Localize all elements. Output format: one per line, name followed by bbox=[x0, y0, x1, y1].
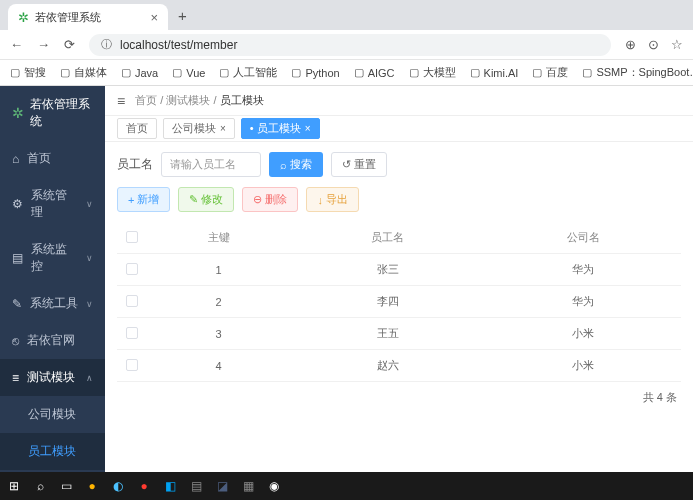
reload-icon[interactable]: ⟳ bbox=[64, 37, 75, 52]
translate-icon[interactable]: ⊕ bbox=[625, 37, 636, 52]
bookmark-item[interactable]: ▢百度 bbox=[532, 65, 568, 80]
folder-icon: ▢ bbox=[409, 66, 419, 79]
row-checkbox[interactable] bbox=[126, 295, 138, 307]
page-tab[interactable]: • 员工模块 × bbox=[241, 118, 320, 139]
bookmark-item[interactable]: ▢自媒体 bbox=[60, 65, 107, 80]
bookmark-item[interactable]: ▢SSMP：SpingBoot… bbox=[582, 65, 693, 80]
folder-icon: ▢ bbox=[582, 66, 592, 79]
main-content: ≡ 首页 / 测试模块 / 员工模块 首页公司模块 ×• 员工模块 × 员工名 … bbox=[105, 86, 693, 500]
search-button[interactable]: ⌕ 搜索 bbox=[269, 152, 323, 177]
chevron-icon: ∧ bbox=[86, 373, 93, 383]
sidebar-item[interactable]: ⎋若依官网 bbox=[0, 322, 105, 359]
back-icon[interactable]: ← bbox=[10, 37, 23, 52]
tab-close-icon[interactable]: × bbox=[150, 10, 158, 25]
sidebar-item[interactable]: ⌂首页 bbox=[0, 140, 105, 177]
address-bar: ← → ⟳ ⓘ localhost/test/member ⊕ ⊙ ☆ bbox=[0, 30, 693, 60]
windows-taskbar: ⊞ ⌕ ▭ ● ◐ ● ◧ ▤ ◪ ▦ ◉ bbox=[0, 472, 693, 500]
brand-text: 若依管理系统 bbox=[30, 96, 93, 130]
app-icon[interactable]: ● bbox=[136, 478, 152, 494]
folder-icon: ▢ bbox=[532, 66, 542, 79]
tab-favicon: ✲ bbox=[18, 10, 29, 25]
app-icon[interactable]: ◐ bbox=[110, 478, 126, 494]
bookmarks-bar: ▢智搜▢自媒体▢Java▢Vue▢人工智能▢Python▢AIGC▢大模型▢Ki… bbox=[0, 60, 693, 86]
bookmark-item[interactable]: ▢智搜 bbox=[10, 65, 46, 80]
sidebar-item[interactable]: ≡测试模块∧ bbox=[0, 359, 105, 396]
browser-tab-strip: ✲ 若依管理系统 × + bbox=[0, 0, 693, 30]
pagination-total: 共 4 条 bbox=[117, 382, 681, 413]
search-label: 员工名 bbox=[117, 156, 153, 173]
tab-title: 若依管理系统 bbox=[35, 10, 144, 25]
chrome-icon[interactable]: ◉ bbox=[266, 478, 282, 494]
folder-icon: ▢ bbox=[172, 66, 182, 79]
bookmark-item[interactable]: ▢AIGC bbox=[354, 66, 395, 79]
sidebar: ✲ 若依管理系统 ⌂首页⚙系统管理∨▤系统监控∨✎系统工具∨⎋若依官网≡测试模块… bbox=[0, 86, 105, 500]
brand-icon: ✲ bbox=[12, 105, 24, 121]
url-text: localhost/test/member bbox=[120, 38, 237, 52]
reset-button[interactable]: ↺ 重置 bbox=[331, 152, 387, 177]
url-input[interactable]: ⓘ localhost/test/member bbox=[89, 34, 611, 56]
hamburger-icon[interactable]: ≡ bbox=[117, 93, 125, 109]
row-checkbox[interactable] bbox=[126, 263, 138, 275]
table-row[interactable]: 2李四华为 bbox=[117, 286, 681, 318]
page-tab[interactable]: 首页 bbox=[117, 118, 157, 139]
menu-icon: ▤ bbox=[12, 251, 23, 265]
app-icon[interactable]: ◧ bbox=[162, 478, 178, 494]
table-row[interactable]: 3王五小米 bbox=[117, 318, 681, 350]
sidebar-item[interactable]: ⚙系统管理∨ bbox=[0, 177, 105, 231]
sidebar-item[interactable]: ▤系统监控∨ bbox=[0, 231, 105, 285]
column-header: 公司名 bbox=[486, 222, 682, 254]
taskbar-search-icon[interactable]: ⌕ bbox=[32, 478, 48, 494]
new-tab-button[interactable]: + bbox=[178, 7, 187, 24]
column-header: 员工名 bbox=[290, 222, 485, 254]
menu-icon: ≡ bbox=[12, 371, 19, 385]
table-row[interactable]: 1张三华为 bbox=[117, 254, 681, 286]
menu-icon: ⎋ bbox=[12, 334, 19, 348]
sidebar-subitem[interactable]: 公司模块 bbox=[0, 396, 105, 433]
folder-icon: ▢ bbox=[60, 66, 70, 79]
chevron-icon: ∨ bbox=[86, 299, 93, 309]
folder-icon: ▢ bbox=[10, 66, 20, 79]
bookmark-item[interactable]: ▢Kimi.AI bbox=[470, 66, 519, 79]
page-tab[interactable]: 公司模块 × bbox=[163, 118, 235, 139]
tab-close-icon[interactable]: × bbox=[220, 123, 226, 134]
sidebar-subitem[interactable]: 员工模块 bbox=[0, 433, 105, 470]
menu-icon: ✎ bbox=[12, 297, 22, 311]
table-row[interactable]: 4赵六小米 bbox=[117, 350, 681, 382]
menu-icon: ⌂ bbox=[12, 152, 19, 166]
task-view-icon[interactable]: ▭ bbox=[58, 478, 74, 494]
chevron-icon: ∨ bbox=[86, 253, 93, 263]
add-button[interactable]: + 新增 bbox=[117, 187, 170, 212]
bookmark-item[interactable]: ▢Python bbox=[291, 66, 339, 79]
folder-icon: ▢ bbox=[219, 66, 229, 79]
browser-tab[interactable]: ✲ 若依管理系统 × bbox=[8, 4, 168, 30]
checkbox-all[interactable] bbox=[126, 231, 138, 243]
bookmark-item[interactable]: ▢Vue bbox=[172, 66, 205, 79]
bookmark-item[interactable]: ▢Java bbox=[121, 66, 158, 79]
folder-icon: ▢ bbox=[291, 66, 301, 79]
folder-icon: ▢ bbox=[354, 66, 364, 79]
sidebar-item[interactable]: ✎系统工具∨ bbox=[0, 285, 105, 322]
site-info-icon: ⓘ bbox=[101, 37, 112, 52]
app-icon[interactable]: ▦ bbox=[240, 478, 256, 494]
tab-close-icon[interactable]: × bbox=[305, 123, 311, 134]
search-icon[interactable]: ⊙ bbox=[648, 37, 659, 52]
app-icon[interactable]: ▤ bbox=[188, 478, 204, 494]
search-input[interactable]: 请输入员工名 bbox=[161, 152, 261, 177]
bookmark-item[interactable]: ▢人工智能 bbox=[219, 65, 277, 80]
menu-icon: ⚙ bbox=[12, 197, 23, 211]
bookmark-item[interactable]: ▢大模型 bbox=[409, 65, 456, 80]
export-button[interactable]: ↓ 导出 bbox=[306, 187, 359, 212]
edit-button[interactable]: ✎ 修改 bbox=[178, 187, 234, 212]
start-icon[interactable]: ⊞ bbox=[6, 478, 22, 494]
forward-icon[interactable]: → bbox=[37, 37, 50, 52]
app-icon[interactable]: ◪ bbox=[214, 478, 230, 494]
folder-icon: ▢ bbox=[470, 66, 480, 79]
row-checkbox[interactable] bbox=[126, 359, 138, 371]
chevron-icon: ∨ bbox=[86, 199, 93, 209]
row-checkbox[interactable] bbox=[126, 327, 138, 339]
app-icon[interactable]: ● bbox=[84, 478, 100, 494]
delete-button[interactable]: ⊖ 删除 bbox=[242, 187, 298, 212]
data-table: 主键员工名公司名 1张三华为2李四华为3王五小米4赵六小米 bbox=[117, 222, 681, 382]
brand: ✲ 若依管理系统 bbox=[0, 86, 105, 140]
star-icon[interactable]: ☆ bbox=[671, 37, 683, 52]
